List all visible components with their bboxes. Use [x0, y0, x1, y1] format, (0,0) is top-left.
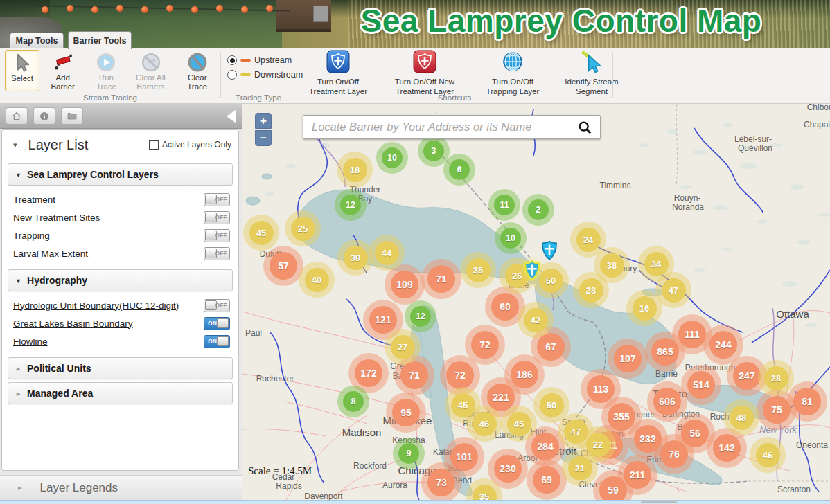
sidebar-collapse-button[interactable]: [227, 109, 236, 123]
search-input[interactable]: [303, 120, 569, 134]
layer-legends-bar[interactable]: ▸ Layer Legends: [0, 475, 242, 500]
radio-label: Downstream: [254, 70, 303, 80]
ribbon-toolbar: SelectAdd BarrierRun TraceClear All Barr…: [0, 48, 830, 104]
section-label: Hydrography: [27, 275, 87, 286]
tab-barrier-tools[interactable]: Barrier Tools: [68, 31, 132, 49]
shortcut-button-turn-on-off-treatment-layer[interactable]: Turn On/Off Treatment Layer: [303, 50, 373, 96]
section-rows: Hydrologic Unit Boundary(HUC 12-digit)OF…: [2, 294, 238, 354]
layer-row: FlowlineON: [8, 332, 231, 350]
blue-shield-icon: [326, 50, 350, 78]
barrier-flag-icon: [53, 51, 73, 73]
layer-toggle-great-lakes-basin-boundary[interactable]: ON: [204, 317, 230, 330]
page-title: Sea Lamprey Control Map: [294, 2, 828, 39]
home-icon: [11, 111, 22, 122]
group-label-stream-tracing: Stream Tracing: [0, 93, 220, 102]
layer-toggle-larval-max-extent[interactable]: OFF: [204, 247, 230, 260]
layer-list-title: Layer List: [28, 137, 149, 153]
trace-color-swatch: [240, 59, 251, 62]
red-shield-icon: [413, 50, 436, 78]
shortcut-button-turn-on-off-trapping-layer[interactable]: Turn On/Off Trapping Layer: [477, 50, 549, 96]
folder-button[interactable]: [61, 107, 83, 125]
toggle-knob: [217, 318, 229, 328]
chevron-down-icon[interactable]: ▾: [13, 141, 17, 150]
horizontal-scrollbar[interactable]: [0, 500, 830, 504]
tracing-type-downstream[interactable]: Downstream: [227, 70, 303, 80]
group-label-shortcuts: Shortcuts: [297, 93, 612, 102]
search-button[interactable]: [569, 116, 600, 138]
radio-icon: [227, 55, 237, 65]
map-canvas[interactable]: ThunderBayTimminsRouyn-NorandaLebel-sur-…: [242, 104, 830, 504]
section-hydrography[interactable]: ▾Hydrography: [8, 269, 233, 291]
layer-toggle-treatment[interactable]: OFF: [204, 193, 230, 206]
toggle-knob: [217, 336, 229, 346]
chevron-right-icon: ▸: [18, 483, 22, 492]
layer-row: Hydrologic Unit Boundary(HUC 12-digit)OF…: [8, 296, 231, 314]
section-label: Sea Lamprey Control Layers: [27, 169, 159, 180]
radio-icon: [227, 70, 237, 80]
treatment-shield-marker[interactable]: [540, 240, 558, 261]
layer-link-treatment[interactable]: Treatment: [13, 195, 55, 205]
layer-link-larval-max-extent[interactable]: Larval Max Extent: [13, 249, 88, 259]
layer-link-new-treatment-sites[interactable]: New Treatment Sites: [13, 213, 100, 223]
layer-legends-label: Layer Legends: [40, 481, 118, 495]
treatment-shield-marker[interactable]: [523, 260, 541, 281]
group-divider: [612, 53, 613, 98]
search-bar: [303, 115, 601, 139]
clear-trace-icon: [187, 51, 208, 73]
section-managed-area[interactable]: ▸Managed Area: [8, 382, 233, 404]
ribbon-button-clear-all-barriers[interactable]: Clear All Barriers: [128, 50, 174, 91]
ribbon-button-label: Add Barrier: [43, 73, 82, 91]
layer-row: TreatmentOFF: [8, 190, 231, 208]
radio-label: Upstream: [254, 55, 292, 65]
layer-row: TrappingOFF: [8, 226, 231, 244]
layer-link-trapping[interactable]: Trapping: [13, 231, 50, 241]
tab-map-tools[interactable]: Map Tools: [10, 33, 64, 48]
cursor-arrow-icon: [12, 52, 33, 74]
layer-link-hydrologic-unit-boundary-huc-12-digit[interactable]: Hydrologic Unit Boundary(HUC 12-digit): [13, 300, 179, 311]
info-icon: [39, 111, 50, 122]
section-political-units[interactable]: ▸Political Units: [8, 357, 233, 379]
shield-markers-layer: [242, 104, 830, 504]
toggle-state-label: OFF: [215, 196, 227, 203]
active-layers-only-checkbox[interactable]: [149, 140, 159, 150]
ribbon-button-add-barrier[interactable]: Add Barrier: [41, 50, 85, 91]
chevron-down-icon: ▾: [17, 277, 20, 285]
layer-toggle-new-treatment-sites[interactable]: OFF: [204, 211, 230, 224]
layer-row: New Treatment SitesOFF: [8, 208, 231, 226]
zoom-out-button[interactable]: −: [255, 130, 272, 146]
layer-toggle-hydrologic-unit-boundary-huc-12-digit[interactable]: OFF: [204, 299, 230, 312]
info-button[interactable]: [33, 107, 55, 125]
play-circle-icon: [96, 51, 116, 73]
toggle-state-label: ON: [208, 320, 217, 327]
ribbon-button-label: Select: [11, 74, 33, 83]
chevron-right-icon: ▸: [17, 390, 20, 397]
home-button[interactable]: [6, 107, 28, 125]
layer-link-flowline[interactable]: Flowline: [13, 336, 48, 347]
group-stream-tracing: SelectAdd BarrierRun TraceClear All Barr…: [0, 48, 220, 104]
toggle-state-label: ON: [208, 338, 217, 345]
section-label: Managed Area: [27, 388, 93, 399]
layer-toggle-trapping[interactable]: OFF: [204, 229, 230, 242]
section-sea-lamprey-control-layers[interactable]: ▾Sea Lamprey Control Layers: [8, 163, 233, 186]
shortcut-button-turn-on-off-new-treatment-layer[interactable]: Turn On/Off New Treatment Layer: [378, 50, 471, 96]
trace-color-swatch: [240, 73, 251, 76]
section-rows: TreatmentOFFNew Treatment SitesOFFTrappi…: [2, 188, 238, 267]
ribbon-button-run-trace[interactable]: Run Trace: [86, 50, 126, 91]
tab-barrier-tools-label: Barrier Tools: [73, 36, 127, 46]
tracing-type-upstream[interactable]: Upstream: [227, 55, 303, 65]
sidebar: ▾ Layer List Active Layers Only ▾Sea Lam…: [0, 104, 242, 504]
zoom-in-button[interactable]: +: [255, 113, 272, 129]
grid-globe-icon: [501, 50, 524, 78]
ribbon-button-select[interactable]: Select: [5, 50, 39, 91]
sea-lamprey-control-map-app: Sea Lamprey Control Map Map Tools Barrie…: [0, 0, 830, 504]
chevron-down-icon: ▾: [17, 171, 20, 179]
search-icon: [577, 120, 592, 135]
shortcut-button-identify-stream-segment[interactable]: Identify Stream Segment: [554, 50, 629, 96]
scrollbar-thumb[interactable]: [641, 501, 677, 503]
layer-toggle-flowline[interactable]: ON: [204, 335, 230, 348]
ribbon-button-clear-trace[interactable]: Clear Trace: [175, 50, 220, 91]
group-tracing-type: UpstreamDownstream Tracing Type: [220, 48, 297, 104]
section-label: Political Units: [27, 363, 91, 374]
sidebar-header: [0, 104, 242, 129]
layer-link-great-lakes-basin-boundary[interactable]: Great Lakes Basin Boundary: [13, 318, 133, 329]
